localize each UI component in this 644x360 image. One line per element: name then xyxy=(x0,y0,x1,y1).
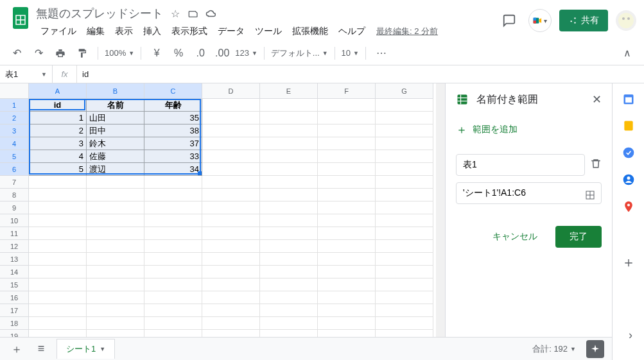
cell[interactable] xyxy=(260,304,318,317)
cell[interactable] xyxy=(260,176,318,189)
paint-format-icon[interactable] xyxy=(73,44,91,62)
cell[interactable]: 5 xyxy=(29,163,87,176)
last-edit-link[interactable]: 最終編集: 2 分前 xyxy=(376,26,438,37)
cell[interactable]: 34 xyxy=(144,163,202,176)
column-header-B[interactable]: B xyxy=(87,83,144,99)
cell[interactable] xyxy=(318,214,376,227)
range-name-input[interactable] xyxy=(456,154,585,176)
cell[interactable] xyxy=(87,176,144,189)
row-header-16[interactable]: 16 xyxy=(0,291,29,304)
column-header-D[interactable]: D xyxy=(202,83,260,99)
cell[interactable] xyxy=(318,124,376,137)
undo-icon[interactable]: ↶ xyxy=(8,44,26,62)
share-button[interactable]: 共有 xyxy=(559,10,608,31)
cell[interactable] xyxy=(144,304,202,317)
cell[interactable] xyxy=(260,189,318,201)
cell[interactable] xyxy=(202,304,260,317)
cell[interactable] xyxy=(202,214,260,227)
quicksum-dropdown[interactable]: 合計: 192▼ xyxy=(527,341,581,357)
cell[interactable] xyxy=(144,253,202,266)
column-header-C[interactable]: C xyxy=(144,83,202,99)
add-range-button[interactable]: ＋ 範囲を追加 xyxy=(446,116,612,144)
cell[interactable] xyxy=(144,189,202,201)
cell[interactable] xyxy=(260,163,318,176)
cell[interactable]: 2 xyxy=(29,124,87,137)
cell[interactable] xyxy=(376,99,433,112)
row-header-4[interactable]: 4 xyxy=(0,137,29,150)
move-icon[interactable] xyxy=(187,8,199,19)
cell[interactable] xyxy=(318,279,376,291)
row-header-5[interactable]: 5 xyxy=(0,150,29,163)
cell[interactable] xyxy=(318,240,376,253)
row-header-17[interactable]: 17 xyxy=(0,304,29,317)
cloud-status-icon[interactable] xyxy=(205,8,217,19)
cell[interactable] xyxy=(202,240,260,253)
explore-icon[interactable] xyxy=(586,340,604,358)
cell[interactable] xyxy=(202,189,260,201)
cell[interactable] xyxy=(260,240,318,253)
cell[interactable] xyxy=(87,291,144,304)
cell[interactable]: 名前 xyxy=(87,99,144,112)
cell[interactable] xyxy=(318,266,376,279)
cell[interactable] xyxy=(202,201,260,214)
cell[interactable]: 年齢 xyxy=(144,99,202,112)
calendar-icon[interactable] xyxy=(622,92,635,105)
redo-icon[interactable]: ↷ xyxy=(30,44,48,62)
cell[interactable] xyxy=(260,266,318,279)
sheet-menu-icon[interactable]: ▼ xyxy=(100,346,105,352)
cell[interactable]: 33 xyxy=(144,150,202,163)
menu-data[interactable]: データ xyxy=(213,23,249,40)
maps-icon[interactable] xyxy=(622,200,635,213)
cell[interactable] xyxy=(376,150,433,163)
cell[interactable] xyxy=(376,112,433,124)
menu-help[interactable]: ヘルプ xyxy=(334,23,370,40)
cell[interactable] xyxy=(376,240,433,253)
row-header-3[interactable]: 3 xyxy=(0,124,29,137)
row-header-6[interactable]: 6 xyxy=(0,163,29,176)
cell[interactable] xyxy=(376,163,433,176)
cell[interactable] xyxy=(260,291,318,304)
menu-extensions[interactable]: 拡張機能 xyxy=(288,23,333,40)
cell[interactable] xyxy=(144,317,202,330)
hide-rail-icon[interactable]: › xyxy=(629,329,632,342)
comments-icon[interactable] xyxy=(498,9,521,32)
print-icon[interactable] xyxy=(51,44,69,62)
cell[interactable] xyxy=(87,317,144,330)
cell[interactable] xyxy=(202,150,260,163)
menu-edit[interactable]: 編集 xyxy=(82,23,109,40)
avatar[interactable] xyxy=(616,10,636,31)
cell[interactable] xyxy=(376,317,433,330)
all-sheets-icon[interactable]: ≡ xyxy=(32,340,50,358)
menu-file[interactable]: ファイル xyxy=(36,23,81,40)
cell[interactable] xyxy=(144,227,202,240)
cell[interactable]: 37 xyxy=(144,137,202,150)
cell[interactable] xyxy=(376,227,433,240)
cell[interactable] xyxy=(29,279,87,291)
cell[interactable] xyxy=(29,317,87,330)
meet-icon[interactable]: ▾ xyxy=(528,9,552,32)
cell[interactable] xyxy=(144,240,202,253)
cell[interactable] xyxy=(29,201,87,214)
menu-insert[interactable]: 挿入 xyxy=(139,23,166,40)
cell[interactable] xyxy=(260,201,318,214)
formula-input[interactable]: id xyxy=(77,69,644,79)
cell[interactable] xyxy=(202,279,260,291)
cell[interactable] xyxy=(144,201,202,214)
cell[interactable]: 3 xyxy=(29,137,87,150)
done-button[interactable]: 完了 xyxy=(555,226,602,248)
cell[interactable] xyxy=(376,253,433,266)
cell[interactable] xyxy=(260,317,318,330)
cell[interactable]: 田中 xyxy=(87,124,144,137)
cell[interactable]: 35 xyxy=(144,112,202,124)
row-header-8[interactable]: 8 xyxy=(0,189,29,201)
cell[interactable] xyxy=(144,266,202,279)
cell[interactable] xyxy=(376,124,433,137)
font-size-dropdown[interactable]: 10▼ xyxy=(342,48,359,58)
star-icon[interactable]: ☆ xyxy=(170,8,181,19)
cell[interactable] xyxy=(87,304,144,317)
row-header-14[interactable]: 14 xyxy=(0,266,29,279)
cell[interactable] xyxy=(376,279,433,291)
cell[interactable] xyxy=(318,227,376,240)
cell[interactable] xyxy=(202,176,260,189)
row-header-18[interactable]: 18 xyxy=(0,317,29,330)
